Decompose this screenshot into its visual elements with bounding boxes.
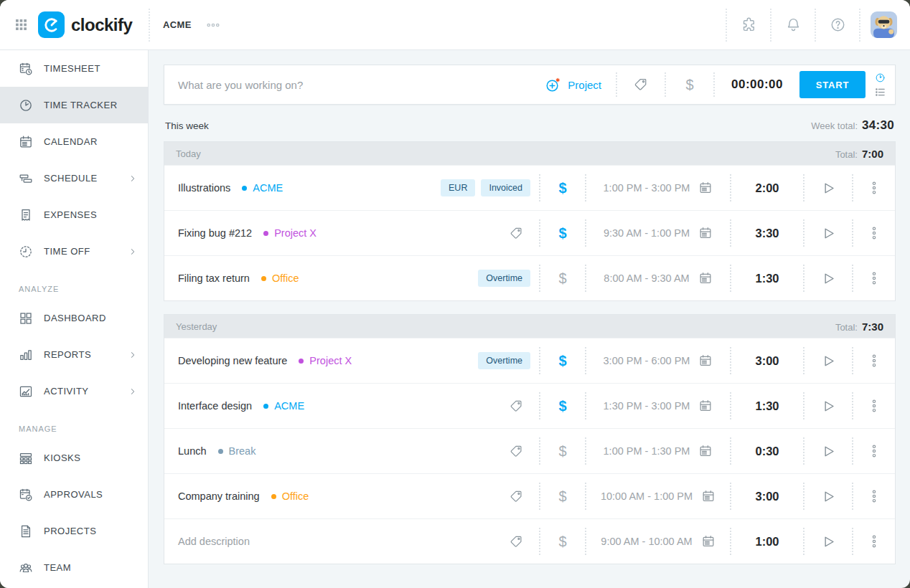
calendar-icon[interactable] [698,271,713,285]
manual-mode-icon[interactable] [875,87,886,98]
clock-icon [19,98,33,113]
continue-entry-button[interactable] [805,226,852,241]
calendar-icon[interactable] [698,226,713,240]
apps-grid-icon[interactable] [14,18,28,32]
tags-button[interactable] [502,399,530,413]
entry-description[interactable]: Interface design [178,400,252,412]
continue-entry-button[interactable] [805,444,852,459]
entry-project[interactable]: Office [271,490,309,502]
description-input[interactable] [178,79,530,91]
continue-entry-button[interactable] [805,181,852,196]
calendar-icon[interactable] [698,399,713,413]
continue-entry-button[interactable] [805,271,852,286]
entry-menu-button[interactable] [853,226,895,240]
entry-mode-switch [866,72,895,98]
sidebar-item-team[interactable]: TEAM [0,549,148,586]
entry-description[interactable]: Company training [178,490,260,502]
timer-mode-icon[interactable] [875,72,886,83]
time-range[interactable]: 10:00 AM - 1:00 PM [601,490,693,502]
calendar-icon[interactable] [701,534,716,549]
help-button[interactable] [816,0,859,49]
entry-description[interactable]: Lunch [178,445,207,457]
tags-button[interactable] [502,445,530,458]
select-project-button[interactable]: Project [530,77,616,93]
time-range[interactable]: 9:30 AM - 1:00 PM [604,227,690,239]
time-range[interactable]: 1:00 PM - 3:00 PM [604,182,690,194]
billable-toggle[interactable]: $ [540,399,585,413]
entry-duration[interactable]: 1:30 [731,272,803,285]
billable-toggle[interactable]: $ [540,489,585,503]
sidebar-item-kiosks[interactable]: KIOSKS [0,440,148,476]
entry-project[interactable]: Project X [263,227,316,239]
billable-toggle[interactable]: $ [540,181,585,195]
entry-description[interactable]: Filing tax return [178,272,250,284]
calendar-icon[interactable] [698,354,713,368]
continue-entry-button[interactable] [805,489,852,504]
user-menu[interactable] [860,11,910,38]
sidebar-item-timesheet[interactable]: TIMESHEET [0,50,148,87]
time-range[interactable]: 9:00 AM - 10:00 AM [601,536,692,547]
entry-description[interactable]: Fixing bug #212 [178,227,252,239]
entry-menu-button[interactable] [853,534,895,549]
workspace-name[interactable]: ACME [163,19,192,30]
sidebar-item-schedule[interactable]: SCHEDULE [0,160,148,196]
entry-duration[interactable]: 0:30 [731,445,803,458]
calendar-icon [19,135,33,149]
billable-toggle[interactable]: $ [540,226,585,240]
entry-duration[interactable]: 1:30 [731,399,803,413]
billable-toggle[interactable]: $ [666,77,713,92]
entry-duration[interactable]: 3:00 [731,490,803,503]
entry-duration[interactable]: 2:00 [731,181,803,195]
tags-button[interactable] [502,535,530,549]
entry-menu-button[interactable] [853,181,895,195]
entry-project[interactable]: Office [261,272,299,284]
billable-toggle[interactable]: $ [540,444,585,458]
sidebar-item-approvals[interactable]: APPROVALS [0,476,148,513]
continue-entry-button[interactable] [805,354,852,369]
time-range[interactable]: 3:00 PM - 6:00 PM [604,355,690,366]
continue-entry-button[interactable] [805,534,852,549]
entry-duration[interactable]: 1:00 [731,535,803,549]
entry-menu-button[interactable] [853,399,895,413]
workspace-menu-icon[interactable] [206,18,220,32]
tags-button[interactable] [617,77,665,92]
continue-entry-button[interactable] [805,399,852,414]
tags-button[interactable] [502,490,530,503]
calendar-icon[interactable] [701,489,716,503]
integrations-button[interactable] [727,0,770,49]
sidebar-item-projects[interactable]: PROJECTS [0,513,148,549]
sidebar-item-time-off[interactable]: TIME OFF [0,233,148,270]
billable-toggle[interactable]: $ [540,354,585,368]
sidebar-item-time-tracker[interactable]: TIME TRACKER [0,87,148,123]
entry-menu-button[interactable] [853,489,895,503]
entry-menu-button[interactable] [853,444,895,458]
time-range[interactable]: 1:30 PM - 3:00 PM [604,400,690,412]
sidebar-item-activity[interactable]: ACTIVITY [0,373,148,409]
entry-duration[interactable]: 3:30 [731,227,803,240]
calendar-icon[interactable] [698,181,713,195]
entry-project[interactable]: Break [218,445,256,457]
notifications-button[interactable] [771,0,815,49]
sidebar-item-dashboard[interactable]: DASHBOARD [0,300,148,336]
entry-menu-button[interactable] [853,271,895,285]
calendar-icon[interactable] [698,444,713,458]
time-range[interactable]: 8:00 AM - 9:30 AM [604,272,689,284]
entry-duration[interactable]: 3:00 [731,354,803,368]
entry-project[interactable]: Project X [299,355,352,366]
billable-toggle[interactable]: $ [540,271,585,285]
time-range[interactable]: 1:00 PM - 1:30 PM [604,445,690,457]
chevron-right-icon [128,387,138,397]
entry-description[interactable]: Developing new feature [178,355,287,366]
entry-menu-button[interactable] [853,354,895,368]
sidebar-item-reports[interactable]: REPORTS [0,336,148,373]
sidebar-item-calendar[interactable]: CALENDAR [0,123,148,160]
entry-project[interactable]: ACME [263,400,304,412]
entry-project[interactable]: ACME [242,182,283,194]
tags-button[interactable] [502,227,530,240]
clockify-logo[interactable]: clockify [38,11,132,38]
start-button[interactable]: START [799,71,866,98]
sidebar-item-expenses[interactable]: EXPENSES [0,196,148,233]
entry-description-placeholder[interactable]: Add description [178,536,250,547]
billable-toggle[interactable]: $ [540,534,585,549]
entry-description[interactable]: Illustrations [178,182,230,194]
